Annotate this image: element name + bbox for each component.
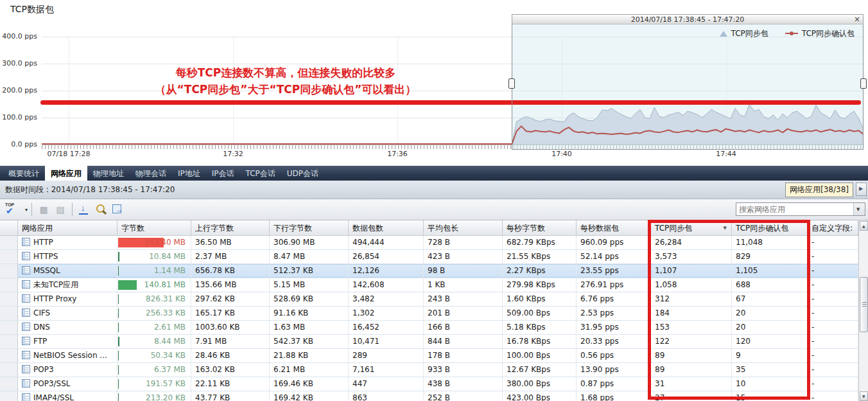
cell-syn: 1,058 xyxy=(651,278,732,292)
cell-pps: 276.91 pps xyxy=(577,278,651,292)
cell-up: 43.77 KB xyxy=(191,391,270,401)
cell-custom: - xyxy=(808,278,858,292)
table-row[interactable]: HTTP 343.40 MB 36.50 MB 306.90 MB 494,44… xyxy=(0,236,858,250)
selection-handle-left[interactable] xyxy=(508,78,515,89)
cell-synack: 67 xyxy=(732,292,808,306)
cell-down: 528.69 KB xyxy=(270,292,349,306)
column-header-bytes[interactable]: 字节数 xyxy=(117,220,191,236)
column-header-up[interactable]: 上行字节数 xyxy=(191,220,270,236)
scroll-down-icon[interactable] xyxy=(860,391,868,401)
table-row[interactable]: POP3/SSL 191.57 KB 22.11 KB 169.46 KB 44… xyxy=(0,377,858,391)
cell-down: 6.21 MB xyxy=(270,363,349,377)
cell-pkts: 7,161 xyxy=(349,363,424,377)
cell-synack: 20 xyxy=(732,321,808,334)
column-header-pps[interactable]: 每秒数据包 xyxy=(577,220,651,236)
cell-avg-len: 933 B xyxy=(424,363,503,377)
y-axis-tick-label: 400.0 pps xyxy=(0,32,37,40)
table-header-row: 网络应用字节数上行字节数下行字节数数据包数平均包长每秒字节数每秒数据包TCP同步… xyxy=(0,220,858,236)
table-row[interactable]: MSSQL 1.14 MB 656.78 KB 512.37 KB 12,126… xyxy=(0,264,858,278)
row-indicator xyxy=(0,264,18,278)
application-icon xyxy=(22,238,30,246)
table-row[interactable]: CIFS 256.33 KB 165.17 KB 91.16 KB 1,302 … xyxy=(0,307,858,321)
x-axis-tick-label: 07/18 17:28 xyxy=(48,150,91,158)
column-header-bps[interactable]: 每秒字节数 xyxy=(503,220,577,236)
time-selection-overlay[interactable]: 2014/07/18 17:38:45 - 17:47:20 × TCP同步包T… xyxy=(512,14,864,150)
tab-tcp-session[interactable]: TCP会话 xyxy=(240,166,281,182)
cell-pkts: 26,854 xyxy=(349,250,424,263)
search-input[interactable] xyxy=(736,203,856,215)
table-row[interactable]: FTP 8.44 MB 7.91 MB 542.37 KB 10,471 844… xyxy=(0,335,858,349)
tab-ip-session[interactable]: IP会话 xyxy=(206,166,240,182)
table-row[interactable]: DNS 2.61 MB 1003.60 KB 1.63 MB 16,452 16… xyxy=(0,321,858,335)
next-view-arrow-button[interactable] xyxy=(856,183,867,196)
application-icon xyxy=(22,365,30,373)
detail-pane-button[interactable]: ▤ xyxy=(52,202,69,217)
column-header-synack[interactable]: TCP同步确认包 xyxy=(732,220,808,236)
column-header-custom[interactable]: 自定义字段: xyxy=(808,220,858,236)
column-header-app[interactable]: 网络应用 xyxy=(18,220,117,236)
application-icon xyxy=(22,379,30,388)
bytes-bar xyxy=(118,294,119,304)
cell-bps: 2.27 KBps xyxy=(503,264,577,278)
cell-bps: 423.00 Bps xyxy=(503,391,577,401)
scroll-up-icon[interactable] xyxy=(860,221,868,231)
column-header-avg_len[interactable]: 平均包长 xyxy=(424,220,503,236)
top-filter-button[interactable]: TOP ✔ ▾ xyxy=(4,202,28,217)
cell-custom: - xyxy=(808,377,858,391)
cell-synack: 688 xyxy=(732,278,808,292)
table-row[interactable]: NetBIOS Session ... 50.34 KB 28.46 KB 21… xyxy=(0,349,858,363)
tab-mac-session[interactable]: 物理会话 xyxy=(130,166,172,182)
annotation-line2: （从“TCP同步包”大于“TCP同步确认包”可以看出） xyxy=(80,81,491,98)
row-indicator xyxy=(0,377,18,391)
table-row[interactable]: IMAP4/SSL 213.20 KB 43.77 KB 169.42 KB 8… xyxy=(0,391,858,401)
table-row[interactable]: HTTP Proxy 826.31 KB 297.62 KB 528.69 KB… xyxy=(0,292,858,307)
bytes-value: 140.81 MB xyxy=(144,280,186,289)
check-icon: ✔ xyxy=(6,206,13,216)
legend-item[interactable]: TCP同步确认包 xyxy=(785,28,855,39)
column-header-pkts[interactable]: 数据包数 xyxy=(349,220,424,236)
cell-syn: 27 xyxy=(651,391,732,401)
cell-pps: 52.14 pps xyxy=(577,250,651,263)
table-row[interactable]: 未知TCP应用 140.81 MB 135.66 MB 5.15 MB 142,… xyxy=(0,278,858,292)
scrollbar-thumb[interactable] xyxy=(860,277,868,332)
table-row[interactable]: POP3 6.37 MB 163.02 KB 6.21 MB 7,161 933… xyxy=(0,363,858,377)
cell-down: 512.37 KB xyxy=(270,264,349,278)
cell-up: 22.11 KB xyxy=(191,377,270,391)
tcp-packets-chart-panel: TCP数据包 400.0 pps300.0 pps200.0 pps100.0 … xyxy=(0,0,868,166)
locate-filter-button[interactable] xyxy=(92,202,109,217)
tab-mac-address[interactable]: 物理地址 xyxy=(87,166,130,182)
cell-syn: 153 xyxy=(651,321,732,334)
cell-syn: 3,573 xyxy=(651,250,732,263)
selection-caption[interactable]: 2014/07/18 17:38:45 - 17:47:20 × xyxy=(512,14,864,24)
row-indicator xyxy=(0,250,18,263)
export-graph-button[interactable] xyxy=(109,202,126,217)
cell-down: 91.16 KB xyxy=(270,307,349,320)
download-button[interactable] xyxy=(76,202,92,217)
column-header-syn[interactable]: TCP同步包 xyxy=(651,220,732,236)
table-row[interactable]: HTTPS 10.84 MB 2.37 MB 8.47 MB 26,854 42… xyxy=(0,250,858,264)
y-axis-tick-label: 300.0 pps xyxy=(0,59,37,67)
application-icon xyxy=(22,337,30,345)
legend-item[interactable]: TCP同步包 xyxy=(720,28,768,39)
search-dropdown-arrow[interactable] xyxy=(853,203,865,215)
app-name: DNS xyxy=(33,323,50,332)
cell-avg-len: 423 B xyxy=(424,250,503,263)
row-indicator xyxy=(0,363,18,377)
column-header-down[interactable]: 下行字节数 xyxy=(270,220,349,236)
tab-summary[interactable]: 概要统计 xyxy=(3,166,45,182)
tab-ip-address[interactable]: IP地址 xyxy=(172,166,206,182)
cell-synack: 11,048 xyxy=(732,236,808,249)
selection-handle-right[interactable] xyxy=(860,78,867,89)
cell-bps: 1.60 KBps xyxy=(503,292,577,306)
cell-pkts: 16,452 xyxy=(349,321,424,334)
cell-bps: 21.55 KBps xyxy=(503,250,577,263)
tab-udp-session[interactable]: UDP会话 xyxy=(281,166,324,182)
cell-pkts: 289 xyxy=(349,349,424,362)
row-indicator xyxy=(0,321,18,334)
vertical-scrollbar[interactable] xyxy=(858,220,868,401)
cell-synack: 1,105 xyxy=(732,264,808,278)
tab-network-app[interactable]: 网络应用 xyxy=(45,166,87,182)
close-icon[interactable]: × xyxy=(853,15,861,24)
app-name: HTTP xyxy=(33,238,53,247)
number-display-button[interactable]: ▦ xyxy=(35,202,52,217)
